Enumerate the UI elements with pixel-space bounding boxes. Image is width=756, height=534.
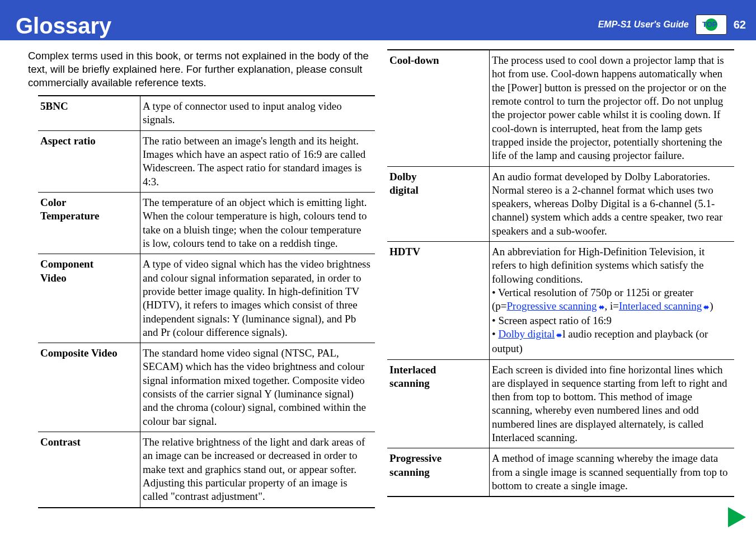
hdtv-pre-text: An abbreviation for High-Definition Tele… <box>492 246 705 285</box>
paren-close: ) <box>710 300 713 312</box>
glossary-table-right: Cool-down The process used to cool down … <box>387 49 734 497</box>
guide-label: EMP-S1 User's Guide <box>598 20 689 30</box>
term-cell: Aspect ratio <box>38 130 140 192</box>
term-cell: Dolby digital <box>387 166 490 242</box>
table-row: Interlaced scanning Each screen is divid… <box>387 359 734 448</box>
svg-marker-1 <box>728 507 746 527</box>
term-cell: Interlaced scanning <box>387 359 490 448</box>
table-row: Component Video A type of video signal w… <box>38 254 375 343</box>
page-number: 62 <box>734 18 746 31</box>
definition-cell: The temperature of an object which is em… <box>140 193 375 254</box>
definition-cell: The ratio between an image's length and … <box>140 130 375 192</box>
term-cell: Color Temperature <box>38 193 140 254</box>
hdtv-bullet1: • Vertical resolution of 750p or 1125i o… <box>492 287 693 298</box>
left-column: Complex terms used in this book, or term… <box>28 49 375 508</box>
title-bar: Glossary EMP-S1 User's Guide TOP 62 <box>0 0 756 40</box>
table-row: Color Temperature The temperature of an … <box>38 193 375 254</box>
definition-cell: An audio format developed by Dolby Labor… <box>490 166 735 242</box>
page-title: Glossary <box>16 15 111 37</box>
paren-open: (p= <box>492 300 507 312</box>
term-cell: Composite Video <box>38 343 140 432</box>
term-cell: Cool-down <box>387 50 490 166</box>
dolby-digital-link[interactable]: Dolby digital <box>498 328 555 340</box>
hdtv-bullet3-pre: • <box>492 328 498 340</box>
progressive-scanning-link[interactable]: Progressive scanning <box>507 300 597 312</box>
intro-text: Complex terms used in this book, or term… <box>28 49 375 90</box>
definition-cell: A method of image scanning whereby the i… <box>490 448 735 496</box>
table-row: Dolby digital An audio format developed … <box>387 166 734 242</box>
definition-cell: Each screen is divided into fine horizon… <box>490 359 735 448</box>
definition-cell: A type of connector used to input analog… <box>140 96 375 130</box>
hdtv-bullet2: • Screen aspect ratio of 16:9 <box>492 315 612 326</box>
right-column: Cool-down The process used to cool down … <box>387 49 734 508</box>
table-row: Contrast The relative brightness of the … <box>38 432 375 508</box>
definition-cell: The standard home video signal (NTSC, PA… <box>140 343 375 432</box>
term-cell: Progressive scanning <box>387 448 490 496</box>
glossary-table-left: 5BNC A type of connector used to input a… <box>38 95 375 508</box>
table-row: Composite Video The standard home video … <box>38 343 375 432</box>
definition-cell: The process used to cool down a projecto… <box>490 50 735 166</box>
top-link-button[interactable]: TOP <box>696 15 727 35</box>
header-right: EMP-S1 User's Guide TOP 62 <box>598 15 746 37</box>
paren-mid: , i= <box>605 300 619 312</box>
definition-cell: A type of video signal which has the vid… <box>140 254 375 343</box>
term-cell: 5BNC <box>38 96 140 130</box>
body-area: Complex terms used in this book, or term… <box>0 40 756 508</box>
table-row: HDTV An abbreviation for High-Definition… <box>387 242 734 359</box>
table-row: Cool-down The process used to cool down … <box>387 50 734 166</box>
next-page-button[interactable] <box>726 506 748 531</box>
term-cell: HDTV <box>387 242 490 359</box>
table-row: Progressive scanning A method of image s… <box>387 448 734 496</box>
term-cell: Component Video <box>38 254 140 343</box>
table-row: 5BNC A type of connector used to input a… <box>38 96 375 130</box>
glossary-ref-icon <box>703 301 710 314</box>
term-cell: Contrast <box>38 432 140 508</box>
glossary-ref-icon <box>598 301 605 314</box>
interlaced-scanning-link[interactable]: Interlaced scanning <box>619 300 702 312</box>
table-row: Aspect ratio The ratio between an image'… <box>38 130 375 192</box>
top-label-text: TOP <box>702 20 717 29</box>
glossary-ref-icon <box>556 329 562 342</box>
definition-cell: An abbreviation for High-Definition Tele… <box>490 242 735 359</box>
definition-cell: The relative brightness of the light and… <box>140 432 375 508</box>
